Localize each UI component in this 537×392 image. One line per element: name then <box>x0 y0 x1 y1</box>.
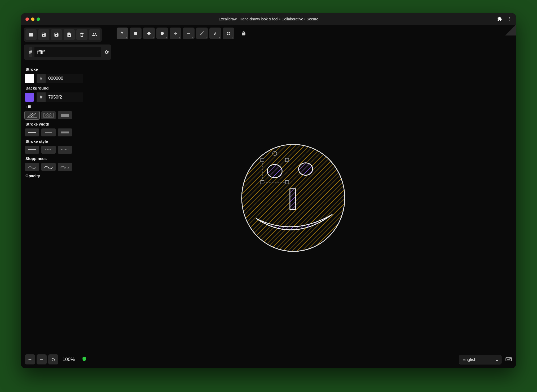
svg-rect-11 <box>61 114 69 117</box>
app-window: Excalidraw | Hand-drawn look & feel • Co… <box>21 13 516 368</box>
svg-point-0 <box>509 17 510 18</box>
github-corner-icon[interactable] <box>505 25 516 35</box>
stroke-width-label: Stroke width <box>25 122 114 126</box>
svg-rect-5 <box>227 32 228 33</box>
fill-solid-option[interactable] <box>58 111 72 119</box>
export-button[interactable] <box>64 29 75 40</box>
svg-rect-27 <box>261 181 264 184</box>
diamond-tool[interactable]: 3 <box>143 28 155 39</box>
zoom-out-button[interactable]: − <box>37 354 47 364</box>
svg-rect-35 <box>510 358 510 359</box>
library-tool[interactable]: 9 <box>223 28 234 39</box>
fill-crosshatch-option[interactable] <box>41 111 56 119</box>
fill-hachure-option[interactable] <box>25 111 39 119</box>
settings-gear-icon[interactable] <box>104 48 109 56</box>
stroke-width-thick-option[interactable] <box>58 128 72 136</box>
opacity-label: Opacity <box>25 173 114 178</box>
text-tool[interactable]: 8 <box>209 28 221 39</box>
svg-rect-34 <box>509 358 509 359</box>
svg-point-23 <box>299 163 313 175</box>
maximize-window-button[interactable] <box>37 17 40 21</box>
extension-icon[interactable] <box>497 16 502 22</box>
background-label: Background <box>25 86 114 90</box>
sloppiness-artist-option[interactable] <box>41 163 56 171</box>
language-selected-label: English <box>463 357 476 362</box>
draw-tool[interactable]: 7 <box>196 28 208 39</box>
minimize-window-button[interactable] <box>31 17 34 21</box>
svg-rect-36 <box>507 359 510 360</box>
sloppiness-architect-option[interactable] <box>25 163 39 171</box>
background-color-swatch[interactable] <box>25 93 34 102</box>
open-button[interactable] <box>25 29 37 40</box>
background-color-input[interactable] <box>46 92 83 102</box>
shape-toolbar: 1 2 3 4 5 6 7 8 9 <box>117 28 248 39</box>
svg-rect-3 <box>134 32 137 35</box>
canvas-color-input[interactable] <box>34 47 101 57</box>
svg-point-21 <box>242 144 345 251</box>
svg-rect-6 <box>229 32 230 33</box>
svg-rect-25 <box>261 158 264 162</box>
zoom-in-button[interactable]: + <box>25 354 35 364</box>
svg-rect-26 <box>285 158 289 162</box>
zoom-controls: + − 100% <box>25 354 87 364</box>
stroke-color-input[interactable] <box>46 74 83 83</box>
zoom-level-label: 100% <box>63 357 75 362</box>
titlebar: Excalidraw | Hand-drawn look & feel • Co… <box>21 13 516 25</box>
svg-rect-33 <box>508 358 508 359</box>
save-as-button[interactable] <box>51 29 62 40</box>
hash-label: # <box>37 92 46 102</box>
chevron-up-icon: ▴ <box>496 357 498 362</box>
svg-point-20 <box>242 144 345 251</box>
selection-tool[interactable]: 1 <box>117 28 128 39</box>
svg-rect-30 <box>290 189 296 210</box>
clear-canvas-button[interactable] <box>76 29 87 40</box>
close-window-button[interactable] <box>25 17 29 21</box>
svg-point-22 <box>267 164 282 178</box>
collaborate-button[interactable] <box>89 29 100 40</box>
kebab-menu-icon[interactable] <box>507 16 512 22</box>
ellipse-tool[interactable]: 4 <box>156 28 168 39</box>
svg-rect-8 <box>229 34 230 35</box>
zoom-reset-button[interactable] <box>48 354 58 364</box>
svg-rect-28 <box>285 181 289 184</box>
fill-label: Fill <box>25 105 114 109</box>
app-body: # 1 2 3 4 5 6 7 8 9 Stroke # <box>21 25 516 368</box>
footer-right: English ▴ <box>459 355 512 364</box>
sloppiness-cartoonist-option[interactable] <box>58 163 72 171</box>
line-tool[interactable]: 6 <box>183 28 195 39</box>
encryption-shield-icon[interactable] <box>82 356 87 363</box>
stroke-style-dotted-option[interactable] <box>58 146 72 154</box>
svg-point-4 <box>161 32 164 35</box>
stroke-style-label: Stroke style <box>25 139 114 144</box>
window-title: Excalidraw | Hand-drawn look & feel • Co… <box>21 17 516 21</box>
stroke-width-thin-option[interactable] <box>25 128 39 136</box>
language-select[interactable]: English ▴ <box>459 355 501 364</box>
window-controls <box>25 17 40 21</box>
keyboard-shortcuts-icon[interactable] <box>505 356 512 364</box>
svg-point-2 <box>509 20 510 20</box>
arrow-tool[interactable]: 5 <box>170 28 181 39</box>
stroke-style-dashed-option[interactable] <box>41 146 56 154</box>
canvas-color-panel: # <box>24 44 111 60</box>
svg-rect-31 <box>506 358 512 361</box>
stroke-style-solid-option[interactable] <box>25 146 39 154</box>
hash-label: # <box>37 74 46 83</box>
stroke-color-swatch[interactable] <box>25 74 34 83</box>
properties-panel[interactable]: Stroke # Background # Fill Stroke width <box>24 63 114 347</box>
svg-rect-32 <box>507 358 507 359</box>
svg-point-29 <box>273 151 277 155</box>
save-button[interactable] <box>38 29 49 40</box>
stroke-label: Stroke <box>25 67 114 72</box>
svg-rect-7 <box>227 34 228 35</box>
lock-toggle[interactable] <box>239 29 248 38</box>
sloppiness-label: Sloppiness <box>25 156 114 161</box>
svg-point-1 <box>509 18 510 19</box>
svg-rect-24 <box>262 160 287 182</box>
hash-label: # <box>29 47 32 57</box>
rectangle-tool[interactable]: 2 <box>130 28 142 39</box>
stroke-width-medium-option[interactable] <box>41 128 56 136</box>
file-toolbar <box>24 28 102 42</box>
